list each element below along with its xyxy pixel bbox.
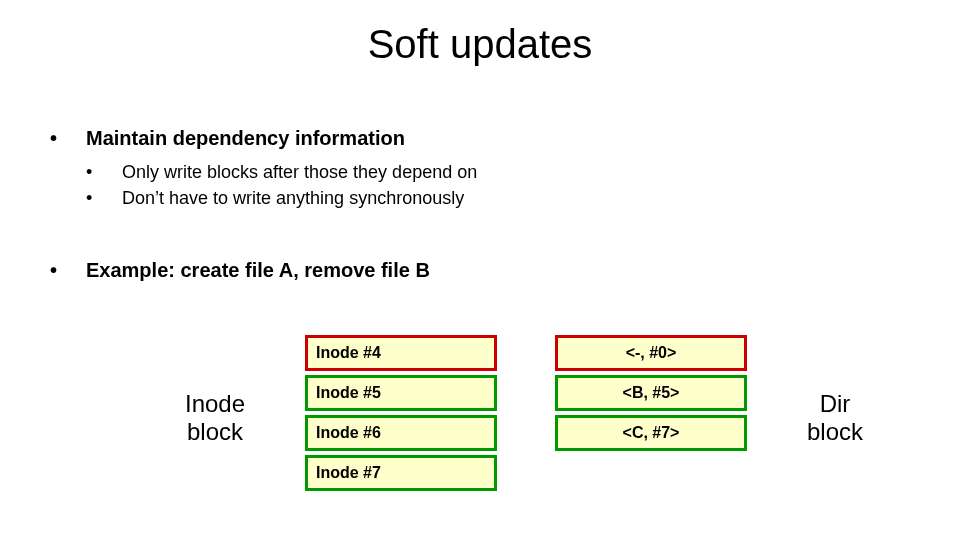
inode-cell: Inode #7 — [305, 455, 497, 491]
dir-column: <-, #0> <B, #5> <C, #7> — [555, 335, 747, 455]
bullet-l2: Don’t have to write anything synchronous… — [60, 186, 890, 210]
label-line: block — [807, 418, 863, 445]
inode-cell: Inode #6 — [305, 415, 497, 451]
inode-cell: Inode #4 — [305, 335, 497, 371]
bullet-l1: Maintain dependency information — [60, 125, 890, 152]
dir-cell: <B, #5> — [555, 375, 747, 411]
label-line: Inode — [185, 390, 245, 417]
bullet-l2: Only write blocks after those they depen… — [60, 160, 890, 184]
slide-title: Soft updates — [0, 22, 960, 67]
bullet-l1: Example: create file A, remove file B — [60, 257, 890, 284]
bullet-list: Maintain dependency information Only wri… — [60, 125, 890, 292]
spacer — [60, 213, 890, 257]
label-line: block — [187, 418, 243, 445]
slide: Soft updates Maintain dependency informa… — [0, 0, 960, 540]
inode-column: Inode #4 Inode #5 Inode #6 Inode #7 — [305, 335, 497, 495]
label-line: Dir — [820, 390, 851, 417]
inode-cell: Inode #5 — [305, 375, 497, 411]
dir-cell: <C, #7> — [555, 415, 747, 451]
inode-block-label: Inode block — [170, 390, 260, 445]
dir-cell: <-, #0> — [555, 335, 747, 371]
dir-block-label: Dir block — [790, 390, 880, 445]
